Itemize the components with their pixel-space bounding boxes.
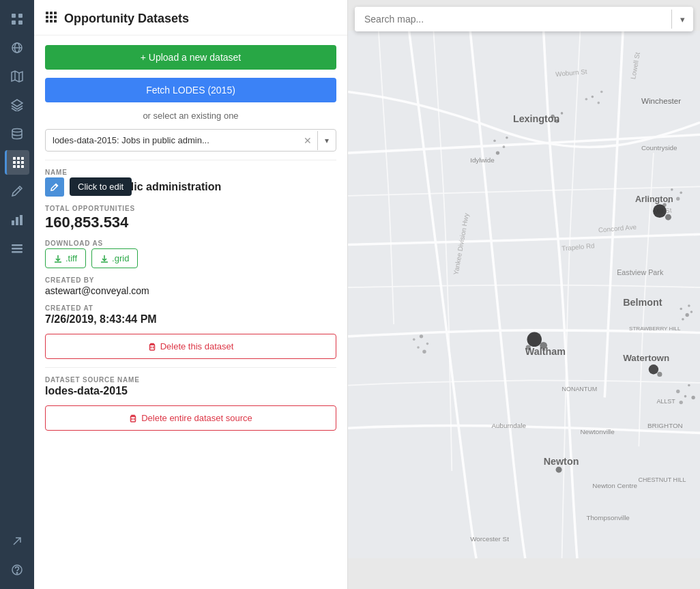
divider-2 xyxy=(45,367,336,368)
svg-line-21 xyxy=(18,188,20,190)
svg-rect-22 xyxy=(12,220,14,225)
delete-source-label: Delete entire dataset source xyxy=(141,413,252,423)
svg-rect-45 xyxy=(131,416,136,422)
svg-point-97 xyxy=(686,313,689,317)
svg-point-113 xyxy=(413,339,415,341)
fetch-lodes-button[interactable]: Fetch LODES (2015) xyxy=(45,78,336,102)
help-question-icon[interactable] xyxy=(5,558,29,582)
svg-rect-24 xyxy=(20,215,23,225)
svg-point-98 xyxy=(682,318,684,321)
map-search-bar: ▾ xyxy=(355,7,693,31)
grid-nav-icon[interactable] xyxy=(5,7,29,31)
svg-rect-25 xyxy=(12,244,23,246)
svg-text:Countryside: Countryside xyxy=(641,144,677,152)
svg-text:STRAWBERRY HILL: STRAWBERRY HILL xyxy=(629,326,681,332)
svg-point-112 xyxy=(417,346,420,349)
svg-point-11 xyxy=(12,129,22,132)
svg-rect-18 xyxy=(13,165,16,168)
svg-text:Eastview Park: Eastview Park xyxy=(617,268,664,276)
edit-name-button[interactable] xyxy=(45,177,64,197)
svg-rect-3 xyxy=(18,20,23,25)
globe-icon[interactable] xyxy=(5,35,29,60)
created-at-value: 7/26/2019, 8:43:44 PM xyxy=(45,313,336,326)
name-row: Click to edit Jobs in public administrat… xyxy=(45,177,336,197)
chart-bar-icon[interactable] xyxy=(5,207,29,232)
svg-rect-36 xyxy=(46,20,48,23)
created-at-field: CREATED AT 7/26/2019, 8:43:44 PM xyxy=(45,304,336,326)
map-svg: Yankee Division Hwy Lowell St Woburn St … xyxy=(348,0,700,589)
svg-point-111 xyxy=(426,343,429,345)
svg-text:NONANTUM: NONANTUM xyxy=(562,386,598,392)
svg-text:Idylwide: Idylwide xyxy=(470,156,495,164)
svg-marker-7 xyxy=(12,71,23,82)
svg-text:Auburndale: Auburndale xyxy=(492,422,527,429)
tiff-label: .tiff xyxy=(65,253,77,263)
svg-point-101 xyxy=(676,390,680,393)
svg-point-87 xyxy=(561,112,564,115)
download-grid-button[interactable]: .grid xyxy=(91,248,138,268)
delete-dataset-label: Delete this dataset xyxy=(160,341,234,351)
svg-rect-37 xyxy=(50,20,53,23)
delete-source-button[interactable]: Delete entire dataset source xyxy=(45,405,336,431)
svg-point-90 xyxy=(496,151,499,154)
svg-text:Newton: Newton xyxy=(544,456,579,467)
export-arrow-icon[interactable] xyxy=(5,529,29,554)
dataset-select[interactable]: lodes-data-2015: Jobs in public admin...… xyxy=(45,129,336,152)
divider-1 xyxy=(45,160,336,160)
select-arrow-icon[interactable]: ▾ xyxy=(318,133,336,148)
select-clear-button[interactable]: ✕ xyxy=(298,132,317,149)
svg-rect-26 xyxy=(12,248,23,250)
svg-point-91 xyxy=(506,137,508,139)
svg-rect-1 xyxy=(18,14,23,18)
svg-text:Winchester: Winchester xyxy=(641,96,681,105)
created-by-value: astewart@conveyal.com xyxy=(45,285,336,296)
svg-point-88 xyxy=(493,139,496,142)
name-field: NAME Click to edit Jobs in public admini… xyxy=(45,169,336,197)
source-value: lodes-data-2015 xyxy=(45,385,336,397)
map-icon[interactable] xyxy=(5,64,29,89)
svg-marker-10 xyxy=(12,100,23,106)
map-search-input[interactable] xyxy=(355,7,671,31)
download-field: DOWNLOAD AS .tiff .grid xyxy=(45,240,336,268)
panel-header: Opportunity Datasets xyxy=(34,0,347,35)
svg-rect-13 xyxy=(17,157,20,160)
svg-text:CHESTNUT HILL: CHESTNUT HILL xyxy=(639,476,686,483)
svg-text:Newton Centre: Newton Centre xyxy=(592,482,637,489)
svg-point-104 xyxy=(688,384,690,387)
svg-text:Belmont: Belmont xyxy=(623,297,662,308)
svg-point-81 xyxy=(662,203,666,207)
or-select-text: or select an existing one xyxy=(45,111,336,121)
svg-point-29 xyxy=(16,573,17,573)
list-view-icon[interactable] xyxy=(5,236,29,261)
delete-dataset-button[interactable]: Delete this dataset xyxy=(45,334,336,359)
svg-text:Watertown: Watertown xyxy=(623,353,669,363)
svg-rect-2 xyxy=(12,20,16,25)
click-to-edit-tooltip: Click to edit xyxy=(70,177,132,196)
created-by-field: CREATED BY astewart@conveyal.com xyxy=(45,276,336,296)
svg-point-82 xyxy=(649,364,658,374)
database-icon[interactable] xyxy=(5,121,29,146)
svg-rect-38 xyxy=(54,20,57,23)
svg-text:BRIGHTON: BRIGHTON xyxy=(647,422,683,429)
svg-point-94 xyxy=(668,201,671,203)
svg-point-84 xyxy=(556,467,562,473)
svg-point-85 xyxy=(551,115,554,118)
svg-point-100 xyxy=(690,311,693,313)
svg-text:Arlington: Arlington xyxy=(635,195,673,204)
layers-icon[interactable] xyxy=(5,93,29,117)
created-by-label: CREATED BY xyxy=(45,276,336,284)
search-dropdown-arrow[interactable]: ▾ xyxy=(672,9,693,30)
map-area[interactable]: ▾ Yan xyxy=(348,0,700,589)
total-label: TOTAL OPPORTUNITIES xyxy=(45,205,336,212)
svg-rect-35 xyxy=(54,16,57,18)
svg-point-108 xyxy=(600,91,603,94)
apps-grid-icon[interactable] xyxy=(5,150,29,175)
svg-point-107 xyxy=(598,102,600,104)
svg-point-92 xyxy=(671,188,673,191)
svg-rect-33 xyxy=(46,16,48,18)
side-panel: Opportunity Datasets + Upload a new data… xyxy=(34,0,348,589)
download-tiff-button[interactable]: .tiff xyxy=(45,248,86,268)
upload-dataset-button[interactable]: + Upload a new dataset xyxy=(45,45,336,70)
pencil-edit-icon[interactable] xyxy=(5,179,29,203)
svg-rect-32 xyxy=(54,12,57,14)
